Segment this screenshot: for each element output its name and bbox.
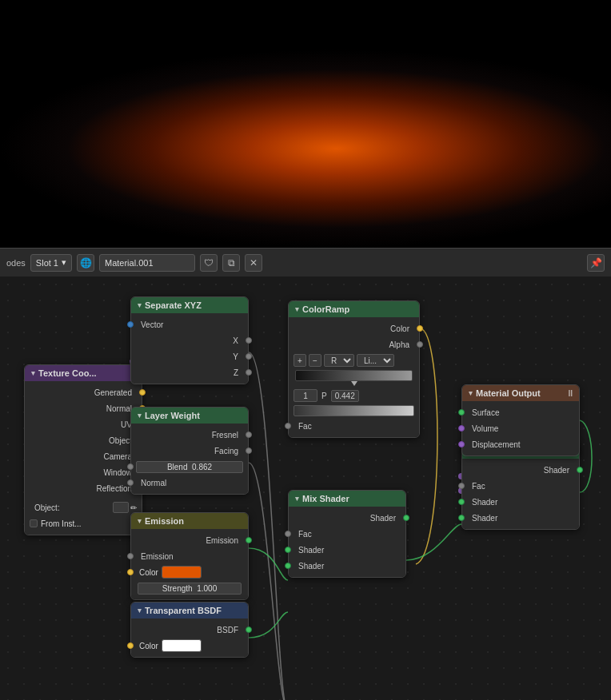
- emission-body: Emission Emission Color Strength 1.000: [131, 529, 248, 599]
- transparent-bsdf-node[interactable]: ▾ Transparent BSDF BSDF Color: [130, 602, 249, 658]
- ms2-fac-input[interactable]: [458, 483, 465, 489]
- sxyz-z-row: Z: [131, 364, 248, 380]
- sxyz-y-row: Y: [131, 348, 248, 364]
- tc-camera-row: Camera: [25, 448, 142, 464]
- tc-object-swatch[interactable]: [113, 502, 129, 513]
- ms2-shader2-row: Shader: [462, 510, 579, 526]
- world-icon-btn[interactable]: 🌐: [77, 254, 94, 272]
- node-editor-toolbar: odes Slot 1 ▾ 🌐 🛡 ⧉ ✕ 📌: [0, 248, 611, 276]
- close-icon-btn[interactable]: ✕: [245, 254, 262, 272]
- tc-reflection-row: Reflection: [25, 480, 142, 496]
- sxyz-vector-input[interactable]: [127, 321, 134, 328]
- node-editor[interactable]: ▾ Texture Coo... Generated Normal UV Obj…: [0, 276, 611, 700]
- cr-mode-select[interactable]: Li...: [357, 354, 394, 367]
- em-color-row: Color: [131, 564, 248, 580]
- sxyz-x-output[interactable]: [246, 337, 252, 344]
- cr-color-row: [289, 404, 419, 418]
- cr-add-btn[interactable]: +: [294, 354, 306, 367]
- material-name-input[interactable]: [99, 254, 195, 272]
- tc-from-inst-row: From Inst...: [25, 515, 142, 531]
- editor-type-label: odes: [6, 258, 26, 268]
- slot-dropdown[interactable]: Slot 1 ▾: [30, 254, 72, 272]
- cr-color-swatch[interactable]: [294, 405, 414, 416]
- tc-generated-output[interactable]: [139, 389, 146, 396]
- material-output-body: Surface Volume Displacement: [462, 401, 579, 455]
- cr-interp-select[interactable]: R: [324, 354, 354, 367]
- separate-xyz-body: Vector X Y Z: [131, 313, 248, 384]
- layer-weight-node[interactable]: ▾ Layer Weight Fresnel Facing Blend 0.86…: [130, 407, 249, 495]
- mix-shader-1-body: Shader Fac Shader Shader: [289, 507, 405, 577]
- mix-shader-1-node[interactable]: ▾ Mix Shader Shader Fac Shader Shader: [288, 490, 406, 578]
- lw-normal-input[interactable]: [127, 479, 134, 486]
- ms1-shader1-input[interactable]: [285, 547, 291, 553]
- separate-xyz-header: ▾ Separate XYZ: [131, 297, 248, 313]
- cr-gradient-bar[interactable]: [295, 370, 413, 381]
- shield-icon-btn[interactable]: 🛡: [200, 254, 218, 272]
- lw-facing-output[interactable]: [246, 447, 252, 454]
- pin-icon-btn[interactable]: 📌: [587, 254, 605, 272]
- emission-header: ▾ Emission: [131, 513, 248, 529]
- material-output-node[interactable]: ▾ Material Output II Surface Volume Disp…: [461, 384, 580, 456]
- separate-xyz-node[interactable]: ▾ Separate XYZ Vector X Y Z: [130, 296, 249, 384]
- cr-color-out-row: Color: [289, 320, 419, 336]
- colorramp-body: Color Alpha + − R Li...: [289, 317, 419, 437]
- material-output-header: ▾ Material Output II: [462, 385, 579, 401]
- cr-alpha-out-row: Alpha: [289, 336, 419, 352]
- lw-blend-field[interactable]: Blend 0.862: [136, 461, 243, 473]
- ms1-fac-input[interactable]: [285, 531, 291, 537]
- cr-color-output[interactable]: [417, 325, 423, 332]
- lw-fresnel-row: Fresnel: [131, 427, 248, 443]
- emission-node[interactable]: ▾ Emission Emission Emission Color Stren…: [130, 512, 249, 600]
- em-strength-input[interactable]: [127, 585, 134, 591]
- tc-normal-row: Normal: [25, 400, 142, 416]
- tc-object-row: Object: [25, 432, 142, 448]
- sxyz-y-output[interactable]: [246, 353, 252, 360]
- tb-color-input[interactable]: [127, 642, 134, 649]
- ms2-shader1-input[interactable]: [458, 499, 465, 505]
- ms2-shader2-input[interactable]: [458, 515, 465, 521]
- ms1-shader2-row: Shader: [289, 558, 405, 574]
- sxyz-vector-row: Vector: [131, 316, 248, 332]
- ms1-shader-out-row: Shader: [289, 510, 405, 526]
- cr-stop-indicator[interactable]: [351, 381, 357, 386]
- cr-fac-input[interactable]: [285, 423, 291, 429]
- transparent-bsdf-header: ▾ Transparent BSDF: [131, 603, 248, 618]
- em-color-input[interactable]: [127, 569, 134, 575]
- ms2-fac-row: Fac: [462, 478, 579, 494]
- ms2-shader-out-row: Shader: [462, 462, 579, 478]
- cr-alpha-output[interactable]: [417, 341, 423, 348]
- tb-bsdf-out-row: BSDF: [131, 622, 248, 638]
- texture-coordinate-header: ▾ Texture Coo...: [25, 365, 142, 381]
- cr-pos-input[interactable]: [294, 389, 317, 402]
- em-emission-out-row: Emission: [131, 532, 248, 548]
- sxyz-z-output[interactable]: [246, 369, 252, 376]
- tc-window-row: Window: [25, 464, 142, 480]
- cr-ramp-preview: [295, 370, 413, 381]
- copy-icon-btn[interactable]: ⧉: [222, 254, 240, 272]
- mix-shader-2-body: Shader Fac Shader Shader: [462, 459, 579, 529]
- ms1-shader2-input[interactable]: [285, 563, 291, 569]
- cr-remove-btn[interactable]: −: [309, 354, 321, 367]
- colorramp-header: ▾ ColorRamp: [289, 301, 419, 317]
- em-emission-input[interactable]: [127, 553, 134, 559]
- transparent-bsdf-body: BSDF Color: [131, 618, 248, 657]
- tc-from-inst-checkbox[interactable]: [30, 519, 38, 527]
- lw-blend-input[interactable]: [127, 463, 134, 470]
- ms2-shader-output[interactable]: [577, 467, 583, 473]
- tb-color-swatch[interactable]: [162, 639, 202, 652]
- em-color-swatch[interactable]: [162, 566, 202, 579]
- mo-displacement-row: Displacement: [462, 436, 579, 452]
- cr-pos-value[interactable]: 0.442: [331, 390, 359, 402]
- ms1-shader-output[interactable]: [403, 515, 409, 521]
- tb-bsdf-output[interactable]: [246, 626, 252, 633]
- mo-volume-input[interactable]: [458, 425, 465, 432]
- tc-uv-row: UV: [25, 416, 142, 432]
- mo-displacement-input[interactable]: [458, 441, 465, 447]
- texture-coordinate-node[interactable]: ▾ Texture Coo... Generated Normal UV Obj…: [24, 364, 142, 535]
- em-emission-output[interactable]: [246, 537, 252, 543]
- colorramp-node[interactable]: ▾ ColorRamp Color Alpha + − R Li...: [288, 300, 420, 438]
- mo-surface-input[interactable]: [458, 409, 465, 416]
- ms2-shader1-row: Shader: [462, 494, 579, 510]
- lw-fresnel-output[interactable]: [246, 432, 252, 438]
- em-strength-field[interactable]: Strength 1.000: [138, 583, 242, 595]
